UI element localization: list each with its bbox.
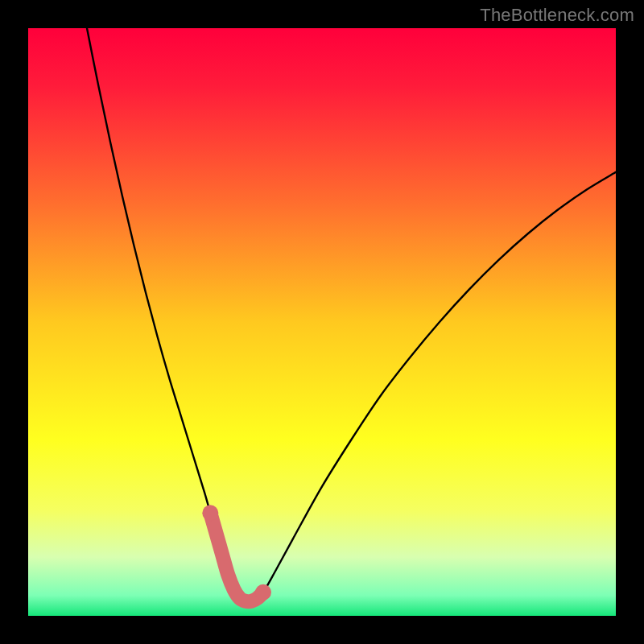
- svg-point-0: [202, 505, 218, 521]
- bottleneck-chart: [28, 28, 616, 616]
- plot-area: [28, 28, 616, 616]
- chart-frame: TheBottleneck.com: [0, 0, 644, 644]
- gradient-background: [28, 28, 616, 616]
- watermark-text: TheBottleneck.com: [480, 5, 634, 26]
- svg-point-1: [255, 584, 271, 601]
